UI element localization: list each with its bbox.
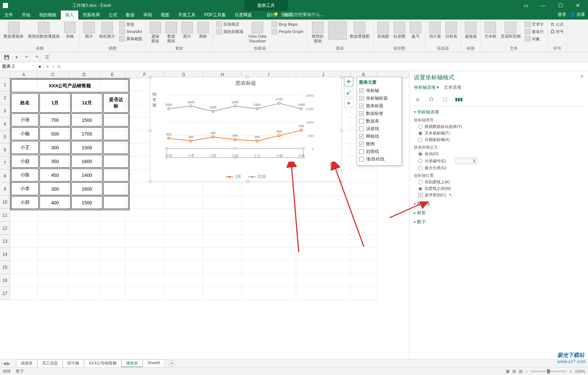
tab-insert[interactable]: 插入 [61,11,78,20]
sheet-tab[interactable]: 员工信息 [37,359,63,367]
save-icon[interactable]: 💾 [3,54,10,61]
tab-file[interactable]: 文件 [0,11,17,20]
logic-chart-button[interactable]: 逻辑图表 [148,21,163,44]
chart-elements-button[interactable]: ✚ [344,77,353,86]
chart-element-item[interactable]: 图例 [359,140,399,148]
chart-type-btn[interactable] [341,34,347,40]
radio-option[interactable]: 分类编号(E) [418,158,584,164]
fx-icon[interactable]: fx [57,64,60,69]
shapes-button[interactable]: 形状 [118,21,143,28]
resize-handle[interactable] [340,180,343,183]
login-link[interactable]: 登录 [558,12,566,18]
sparkline-line-button[interactable]: 折线图 [376,21,391,39]
chart-legend[interactable]: 1月 12月 [150,174,341,180]
redo-icon[interactable]: ↷ [33,54,41,61]
row-header[interactable]: 17 [0,287,10,300]
row-header[interactable]: 8 [0,170,10,183]
wordart-button[interactable]: 艺术字 [524,21,545,28]
radio-option[interactable]: 日期坐标轴(X) [418,137,584,142]
zoom-level[interactable]: 100% [575,369,585,374]
online-picture-button[interactable]: 联机图片 [98,21,117,39]
cancel-formula-icon[interactable]: ✕ [46,64,49,69]
chart-type-btn[interactable] [328,21,334,27]
slicer-button[interactable]: 切片器 [428,21,442,39]
col-header[interactable]: C [38,71,69,78]
tab-pdftools[interactable]: PDF工具集 [200,11,230,20]
number-input[interactable] [455,158,477,164]
row-header[interactable]: 1 [0,78,10,91]
header-footer-button[interactable]: 页眉和页脚 [499,21,522,39]
picture-button[interactable]: 图片 [82,21,96,39]
sheet-tab[interactable]: 课程表 [121,359,143,367]
radio-option[interactable]: 在刻度线上(K) [418,179,584,185]
chart-element-item[interactable]: 涨/跌柱线 [359,155,399,163]
table-button[interactable]: 表格 [63,21,77,39]
chart-type-btn[interactable] [341,21,347,27]
visio-button[interactable]: Visio Data Visualizer [246,21,269,44]
x-axis-title[interactable]: 姓名 [330,162,338,167]
sheet-tab[interactable]: 成绩表 [16,359,37,367]
tab-pagelayout[interactable]: 页面布局 [78,11,104,20]
chart-type-btn[interactable] [335,28,340,33]
my-addins-button[interactable]: 我的加载项 [215,28,244,35]
worksheet[interactable]: A C D E F G H I J K 1 2 3 4 5 6 7 8 9 10 [0,71,409,359]
tickmarks-section[interactable]: 刻度线 [414,201,584,207]
chart-element-item[interactable]: 数据表 [359,117,399,125]
row-header[interactable]: 7 [0,157,10,170]
row-header[interactable]: 12 [0,222,10,235]
row-header[interactable]: 4 [0,117,10,130]
text-options-tab[interactable]: 文本选项 [444,84,461,91]
minimize-button[interactable]: — [536,0,550,11]
chart-element-item[interactable]: 图表标题 [359,102,399,110]
textbox-button[interactable]: 文本框 [483,21,498,39]
row-header[interactable]: 14 [0,248,10,261]
radio-option[interactable]: 自动(O) [418,151,584,157]
qat-dropdown[interactable]: ▾ [13,54,20,61]
row-header[interactable]: 9 [0,183,10,196]
zoom-in-icon[interactable]: + [570,369,572,374]
chart-element-item[interactable]: 坐标轴 [359,87,399,95]
screenshot-button[interactable]: 屏幕截图 [118,36,143,42]
add-sheet-button[interactable]: + [168,360,175,367]
reverse-categories-checkbox[interactable]: 逆序类别(C) ↖ [418,192,584,198]
pivot-chart-button[interactable]: 数据透视图 [348,21,371,39]
row-header[interactable]: 11 [0,209,10,222]
close-button[interactable]: ✕ [571,0,585,11]
recommended-charts-button[interactable]: 推荐的图表 [309,21,327,44]
resize-handle[interactable] [149,129,152,132]
chart-type-btn[interactable] [335,21,340,27]
chart-type-btn[interactable] [335,34,340,40]
chart-styles-button[interactable]: 🖌 [344,88,353,97]
chart-element-item[interactable]: 网格线 [359,133,399,140]
tell-me[interactable]: 💡 告诉我您想要做什么... [273,12,324,18]
row-header[interactable]: 3 [0,104,10,117]
chart[interactable]: 图表标题 销售额 0500100015002000小郑小李小陈小赵小王小杨小张1… [150,77,342,182]
chart-filter-button[interactable]: ▼ [344,99,353,108]
labels-section[interactable]: 标签 [414,210,584,216]
chart-title[interactable]: 图表标题 [150,77,341,89]
chart-element-item[interactable]: 数据标签 [359,110,399,117]
col-header[interactable]: D [69,71,100,78]
zoom-out-icon[interactable]: − [525,369,528,374]
app-store-button[interactable]: 应用商店 [215,21,244,28]
equation-button[interactable]: π公式 [550,21,565,28]
tab-baidu[interactable]: 百度网盘 [230,11,256,20]
axis-options-section[interactable]: 坐标轴选项 [414,109,584,115]
tab-home[interactable]: 开始 [17,11,35,20]
pivot-table-button[interactable]: 数据透视表 [2,21,25,39]
picture-button-2[interactable]: 图片 [180,21,194,39]
view-normal-icon[interactable]: ▦ [506,369,509,374]
resize-handle[interactable] [340,76,343,79]
row-header[interactable]: 16 [0,274,10,287]
enter-formula-icon[interactable]: ✓ [51,64,55,69]
tab-review[interactable]: 审阅 [139,11,156,20]
resize-handle[interactable] [246,180,249,183]
sheet-tab[interactable]: Sheet5 [143,359,165,367]
resize-handle[interactable] [149,180,152,183]
sheet-nav-prev-icon[interactable]: ◀ [3,361,6,366]
chart-type-btn[interactable] [328,34,334,40]
tab-view[interactable]: 视图 [156,11,174,20]
chart-type-btn[interactable] [341,28,347,33]
smartart-button[interactable]: SmartArt [118,28,143,35]
numbers-section[interactable]: 数字 [414,219,584,225]
